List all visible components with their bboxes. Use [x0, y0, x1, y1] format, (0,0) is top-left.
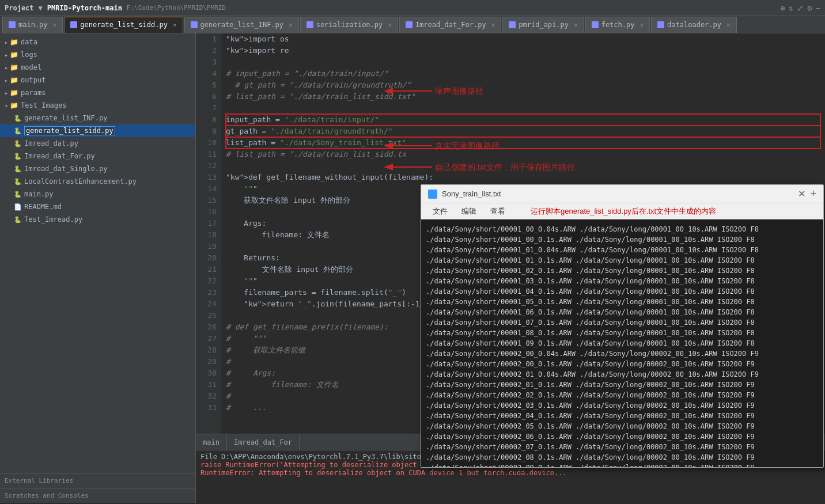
tab-close-icon[interactable]: ×: [388, 21, 392, 29]
tab-label: generate_list_INF.py: [200, 21, 284, 29]
tab-label: fetch.py: [601, 21, 635, 29]
expand-icon[interactable]: ⤢: [797, 3, 804, 13]
sidebar-item-generate_list_sidd-py[interactable]: 🐍generate_list_sidd.py: [0, 124, 195, 137]
folder-icon: 📁: [10, 76, 18, 84]
tab-close-icon[interactable]: ×: [574, 21, 578, 29]
sidebar: ▸📁data▸📁logs▸📁model▸📁output▸📁params▾📁Tes…: [0, 33, 196, 503]
file-type-icon: 🐍: [14, 178, 22, 185]
code-line-2: "kw">import re: [226, 45, 820, 56]
tab-close-icon[interactable]: ×: [491, 21, 495, 29]
tab-serialization-py[interactable]: serialization.py×: [300, 17, 398, 33]
line-number-24: 24: [198, 298, 217, 310]
bottom-tab-main[interactable]: main: [196, 434, 227, 450]
settings-icon[interactable]: ⚙: [807, 3, 812, 13]
popup-menu-edit[interactable]: 编辑: [455, 203, 483, 219]
project-topbar: Project ▼ PMRID-Pytorch-main F:\Code\Pyt…: [0, 0, 825, 16]
popup-close-button[interactable]: ✕: [798, 188, 805, 199]
line-number-31: 31: [198, 379, 217, 391]
line-number-27: 27: [198, 333, 217, 344]
popup-data-line: ./data/Sony/short/00001_00_0.1s.ARW ./da…: [426, 234, 819, 245]
folder-arrow-icon: ▸: [5, 90, 8, 96]
file-type-icon: 🐍: [14, 216, 22, 223]
folder-arrow-icon: ▸: [5, 77, 8, 84]
tab-file-icon: [191, 21, 198, 28]
tab-label: generate_list_sidd.py: [80, 21, 168, 29]
project-label[interactable]: Project: [5, 4, 34, 12]
tab-fetch-py[interactable]: fetch.py×: [585, 17, 650, 33]
tab-file-icon: [306, 21, 313, 28]
popup-menu-view[interactable]: 查看: [483, 203, 512, 219]
sidebar-item-Imread_dat_For-py[interactable]: 🐍Imread_dat_For.py: [0, 150, 195, 162]
popup-data-line: ./data/Sony/short/00001_01_0.1s.ARW ./da…: [426, 255, 819, 266]
tab-main-py[interactable]: main.py×: [2, 17, 63, 33]
line-number-18: 18: [198, 229, 217, 241]
line-numbers: 1234567891011121314151617181920212223242…: [196, 33, 221, 434]
sidebar-item-generate_list_INF-py[interactable]: 🐍generate_list_INF.py: [0, 112, 195, 124]
tab-label: Imread_dat_For.py: [415, 21, 486, 29]
line-number-21: 21: [198, 264, 217, 275]
sidebar-item-params[interactable]: ▸📁params: [0, 86, 195, 99]
file-type-icon: 🐍: [14, 153, 22, 160]
file-type-icon: 🐍: [14, 165, 22, 173]
popup-content[interactable]: ./data/Sony/short/00001_00_0.04s.ARW ./d…: [421, 219, 823, 467]
line-number-1: 1: [198, 33, 217, 45]
tree-item-label: generate_list_sidd.py: [24, 126, 115, 135]
sidebar-item-output[interactable]: ▸📁output: [0, 74, 195, 86]
popup-menu-file[interactable]: 文件: [426, 203, 455, 219]
popup-data-line: ./data/Sony/short/00002_05_0.1s.ARW ./da…: [426, 421, 819, 431]
sidebar-item-Test_Imread-py[interactable]: 🐍Test_Imread.py: [0, 213, 195, 226]
sidebar-item-Test_Images[interactable]: ▾📁Test_Images: [0, 99, 195, 112]
add-icon[interactable]: ⊕: [780, 3, 785, 13]
line-number-5: 5: [198, 79, 217, 91]
tab-file-icon: [509, 21, 516, 28]
tab-close-icon[interactable]: ×: [173, 21, 177, 29]
popup-data-line: ./data/Sony/short/00002_04_0.1s.ARW ./da…: [426, 411, 819, 421]
tab-close-icon[interactable]: ×: [289, 21, 293, 29]
sidebar-external-libraries[interactable]: External Libraries: [0, 473, 195, 488]
tab-generate_list_sidd-py[interactable]: generate_list_sidd.py×: [64, 17, 183, 33]
popup-data-line: ./data/Sony/short/00001_08_0.1s.ARW ./da…: [426, 328, 819, 338]
tab-close-icon[interactable]: ×: [53, 21, 57, 29]
sidebar-item-README-md[interactable]: 📄README.md: [0, 200, 195, 213]
line-number-9: 9: [198, 126, 217, 137]
popup-data-line: ./data/Sony/short/00002_07_0.1s.ARW ./da…: [426, 442, 819, 452]
sidebar-item-model[interactable]: ▸📁model: [0, 61, 195, 74]
sidebar-item-LocalContrastEnhancement-py[interactable]: 🐍LocalContrastEnhancement.py: [0, 175, 195, 188]
sidebar-tree: ▸📁data▸📁logs▸📁model▸📁output▸📁params▾📁Tes…: [0, 33, 195, 473]
sidebar-item-Imread_dat-py[interactable]: 🐍Imread_dat.py: [0, 137, 195, 150]
tab-close-icon[interactable]: ×: [726, 21, 731, 29]
line-number-8: 8: [198, 114, 217, 126]
tab-Imread_dat_For-py[interactable]: Imread_dat_For.py×: [399, 17, 501, 33]
project-path: F:\Code\Python\PMRID\PMRID: [127, 4, 226, 12]
line-number-2: 2: [198, 45, 217, 56]
line-number-28: 28: [198, 344, 217, 356]
sidebar-item-logs[interactable]: ▸📁logs: [0, 48, 195, 61]
sidebar-item-Imread_dat_Single-py[interactable]: 🐍Imread_dat_Single.py: [0, 162, 195, 175]
popup-description: 运行脚本generate_list_sidd.py后在.txt文件中生成的内容: [524, 203, 723, 219]
tree-item-label: output: [21, 76, 46, 84]
popup-new-tab-button[interactable]: +: [810, 188, 816, 200]
sidebar-item-main-py[interactable]: 🐍main.py: [0, 188, 195, 200]
sort-icon[interactable]: ⇅: [789, 3, 793, 13]
tab-file-icon: [70, 21, 77, 28]
bottom-tab-Imread_dat_For[interactable]: Imread_dat_For: [227, 434, 300, 450]
tab-dataloader-py[interactable]: dataloader.py×: [651, 17, 737, 33]
tab-file-icon: [406, 21, 412, 28]
tab-close-icon[interactable]: ×: [639, 21, 644, 29]
minimize-icon[interactable]: −: [816, 3, 820, 13]
tab-pmrid_api-py[interactable]: pmrid_api.py×: [502, 17, 584, 33]
tree-item-label: data: [21, 38, 37, 46]
tree-item-label: Imread_dat_Single.py: [24, 165, 108, 173]
sidebar-scratches[interactable]: Scratches and Consoles: [0, 488, 195, 503]
popup-window: Sony_train_list.txt ✕ + 文件 编辑 查看 运行脚本gen…: [421, 184, 824, 468]
tab-file-icon: [592, 21, 599, 28]
folder-icon: 📁: [10, 51, 18, 59]
popup-data-line: ./data/Sony/short/00002_09_0.1s.ARW ./da…: [426, 463, 819, 467]
line-number-15: 15: [198, 195, 217, 206]
tab-generate_list_INF-py[interactable]: generate_list_INF.py×: [184, 17, 299, 33]
line-number-14: 14: [198, 183, 217, 195]
project-name: PMRID-Pytorch-main: [47, 4, 122, 12]
tab-label: dataloader.py: [667, 21, 721, 29]
folder-icon: 📁: [10, 38, 18, 46]
sidebar-item-data[interactable]: ▸📁data: [0, 36, 195, 48]
